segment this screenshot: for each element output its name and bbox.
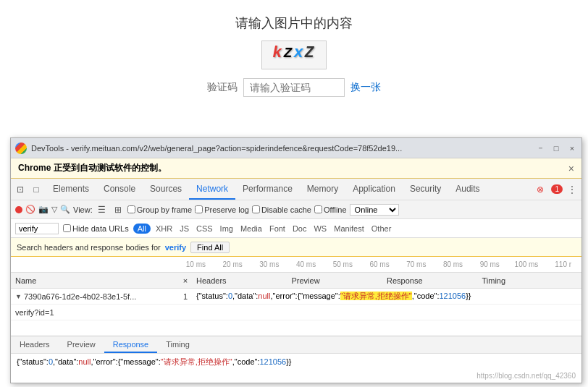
tab-sources[interactable]: Sources xyxy=(143,179,189,200)
devtools-toolbar-icons: ⊡ □ xyxy=(14,183,43,196)
row-expand-icon-1[interactable]: ▼ xyxy=(15,293,22,300)
filter-img[interactable]: Img xyxy=(218,224,235,234)
table-row[interactable]: ▼ 7390a676-1d2e-4b02-83e1-5f... 1 {"stat… xyxy=(11,289,581,305)
offline-label[interactable]: Offline xyxy=(314,205,347,214)
filter-xhr[interactable]: XHR xyxy=(154,224,175,234)
throttle-select[interactable]: Online Fast 3G Slow 3G xyxy=(350,204,399,216)
hide-data-urls-checkbox[interactable] xyxy=(63,224,71,232)
tab-network[interactable]: Network xyxy=(189,179,235,200)
timeline-labels: 10 ms 20 ms 30 ms 40 ms 50 ms 60 ms 70 m… xyxy=(177,260,581,268)
grid-view-icon[interactable]: ⊞ xyxy=(112,203,125,216)
warning-close-button[interactable]: × xyxy=(568,163,574,174)
table-row[interactable]: verify?id=1 xyxy=(11,305,581,320)
preserve-log-checkbox[interactable] xyxy=(195,205,203,213)
view-label: View: xyxy=(73,205,93,214)
devtools-tabs: Elements Console Sources Network Perform… xyxy=(46,179,534,200)
search-icon[interactable]: 🔍 xyxy=(60,205,70,214)
tab-elements[interactable]: Elements xyxy=(46,179,96,200)
device-icon[interactable]: □ xyxy=(30,183,43,196)
detail-tab-preview[interactable]: Preview xyxy=(59,336,104,353)
filter-other[interactable]: Other xyxy=(369,224,394,234)
table-body: ▼ 7390a676-1d2e-4b02-83e1-5f... 1 {"stat… xyxy=(11,289,581,336)
timeline-label-30ms: 30 ms xyxy=(251,260,287,268)
filter-doc[interactable]: Doc xyxy=(290,224,309,234)
error-icon: ⊗ xyxy=(534,183,547,196)
col-header-preview: Preview xyxy=(292,276,387,285)
timeline-label-90ms: 90 ms xyxy=(471,260,508,268)
timeline-label-70ms: 70 ms xyxy=(398,260,434,268)
network-subtoolbar: 🚫 📷 ▽ 🔍 View: ☰ ⊞ Group by frame Preserv… xyxy=(11,200,581,219)
error-badge: 1 xyxy=(551,184,563,194)
row-name-1: ▼ 7390a676-1d2e-4b02-83e1-5f... xyxy=(15,292,175,301)
filter-types: All XHR JS CSS Img Media Font Doc WS Man… xyxy=(133,224,394,234)
tab-console[interactable]: Console xyxy=(96,179,143,200)
col-header-name: Name xyxy=(15,276,175,285)
row-status-1: 1 xyxy=(175,292,196,301)
inspect-icon[interactable]: ⊡ xyxy=(14,183,27,196)
filter-js[interactable]: JS xyxy=(177,224,191,234)
offline-checkbox[interactable] xyxy=(314,205,322,213)
captcha-refresh-link[interactable]: 换一张 xyxy=(350,81,381,94)
group-by-frame-label[interactable]: Group by frame xyxy=(127,205,192,214)
tab-application[interactable]: Application xyxy=(345,179,403,200)
network-table: ▼ 7390a676-1d2e-4b02-83e1-5f... 1 {"stat… xyxy=(11,289,581,383)
timeline-label-50ms: 50 ms xyxy=(324,260,361,268)
warning-text: Chrome 正受到自动测试软件的控制。 xyxy=(18,162,563,174)
row-content-1: {"status":0,"data":null,"error":{"messag… xyxy=(196,291,577,302)
captcha-page: 请输入图片中的内容 kZxZ 验证码 换一张 xyxy=(0,0,588,108)
detail-content: {"status":0,"data":null,"error":{"messag… xyxy=(11,354,581,383)
timeline-label-10ms: 10 ms xyxy=(177,260,214,268)
filter-input[interactable] xyxy=(15,223,59,234)
filter-all[interactable]: All xyxy=(133,224,151,234)
preserve-log-label[interactable]: Preserve log xyxy=(195,205,249,214)
timeline-label-80ms: 80 ms xyxy=(434,260,471,268)
tab-performance[interactable]: Performance xyxy=(235,179,300,200)
chrome-favicon xyxy=(15,143,27,154)
close-button[interactable]: × xyxy=(567,143,577,153)
group-by-frame-checkbox[interactable] xyxy=(127,205,135,213)
clear-icon[interactable]: 🚫 xyxy=(25,205,35,214)
captcha-input[interactable] xyxy=(243,78,345,97)
detail-response-text: {"status":0,"data":null,"error":{"messag… xyxy=(17,357,292,366)
detail-tab-headers[interactable]: Headers xyxy=(11,336,59,353)
tab-memory[interactable]: Memory xyxy=(300,179,345,200)
detail-tab-timing[interactable]: Timing xyxy=(157,336,198,353)
camera-icon[interactable]: 📷 xyxy=(38,205,49,214)
minimize-button[interactable]: － xyxy=(535,143,545,153)
filter-icon[interactable]: ▽ xyxy=(51,205,57,214)
tab-audits[interactable]: Audits xyxy=(448,179,487,200)
more-icon[interactable]: ⋮ xyxy=(566,183,579,196)
filter-media[interactable]: Media xyxy=(238,224,264,234)
col-header-timing: Timing xyxy=(482,276,578,285)
filter-css[interactable]: CSS xyxy=(194,224,215,234)
captcha-label: 验证码 xyxy=(207,81,238,94)
timeline-label-20ms: 20 ms xyxy=(214,260,251,268)
response-detail-panel: Headers Preview Response Timing {"status… xyxy=(11,336,581,383)
list-view-icon[interactable]: ☰ xyxy=(96,203,109,216)
filter-font[interactable]: Font xyxy=(267,224,287,234)
disable-cache-checkbox[interactable] xyxy=(252,205,260,213)
row-name-2: verify?id=1 xyxy=(15,308,175,317)
captcha-image-text: kZxZ xyxy=(272,44,316,62)
captcha-image-box: kZxZ xyxy=(261,41,327,69)
search-keyword: verify xyxy=(165,243,186,252)
captcha-title: 请输入图片中的内容 xyxy=(0,14,588,32)
timeline-label-100ms: 100 ms xyxy=(508,260,545,268)
disable-cache-label[interactable]: Disable cache xyxy=(252,205,311,214)
filter-manifest[interactable]: Manifest xyxy=(332,224,366,234)
search-bar: Search headers and response bodies for v… xyxy=(11,238,581,257)
filter-bar: Hide data URLs All XHR JS CSS Img Media … xyxy=(11,219,581,238)
tab-security[interactable]: Security xyxy=(403,179,448,200)
hide-data-urls-label[interactable]: Hide data URLs xyxy=(63,224,129,233)
row-filename-1: 7390a676-1d2e-4b02-83e1-5f... xyxy=(24,292,136,301)
toolbar-right: ⊗ 1 ⋮ xyxy=(534,183,579,196)
col-header-status: × xyxy=(175,276,196,285)
find-all-button[interactable]: Find All xyxy=(190,242,230,253)
devtools-main-toolbar: ⊡ □ Elements Console Sources Network Per… xyxy=(11,179,581,200)
maximize-button[interactable]: □ xyxy=(551,143,561,153)
detail-tab-response[interactable]: Response xyxy=(104,336,158,353)
detail-tabs: Headers Preview Response Timing xyxy=(11,336,581,354)
col-header-headers: Headers xyxy=(196,276,292,285)
record-button[interactable] xyxy=(15,206,22,213)
filter-ws[interactable]: WS xyxy=(311,224,329,234)
